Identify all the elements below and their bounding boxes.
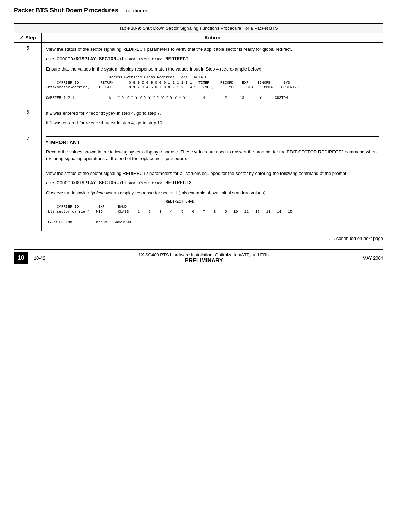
page-footer: 10 10-42 1X SC480 BTS Hardware Installat…	[14, 249, 383, 264]
cmd7-main: DISPLAY SECTOR–	[76, 180, 119, 186]
page-number: 10	[14, 252, 28, 264]
cmd7-prefix: omc-000000>	[46, 180, 76, 186]
step7-para2: Observe the following typical system dis…	[46, 189, 379, 196]
cmd-main: DISPLAY SECTOR–	[76, 56, 119, 62]
footer-preliminary: PRELIMINARY	[45, 258, 362, 264]
important-title: * IMPORTANT	[46, 139, 379, 147]
step5-code: Access Overload Class Redirect Flags ROT…	[46, 75, 379, 100]
action-col-header: Action	[42, 33, 383, 43]
cmd7-end: REDIRECT2	[163, 180, 192, 186]
step-6-action: If 2 was entered for <recordtype> in ste…	[42, 106, 383, 133]
subtitle-text: – continued	[122, 8, 149, 13]
step5-para1: View the status of the sector signaling …	[46, 46, 379, 53]
page-title: Packet BTS Shut Down Procedures – contin…	[14, 7, 149, 14]
cmd-prefix: omc-000000>	[46, 57, 76, 62]
step5-command: omc-000000>DISPLAY SECTOR–<bts#>–<sector…	[46, 56, 379, 63]
important-box: * IMPORTANT Record the values shown in t…	[46, 136, 379, 167]
important-para: Record the values shown in the following…	[46, 149, 379, 162]
step6-para1: If 2 was entered for <recordtype> in ste…	[46, 110, 379, 117]
footer-date: MAY 2004	[362, 255, 383, 261]
step-6-number: 6	[14, 106, 42, 133]
page-header: Packet BTS Shut Down Procedures – contin…	[14, 7, 383, 16]
title-text: Packet BTS Shut Down Procedures	[14, 7, 118, 14]
step7-command: omc-000000>DISPLAY SECTOR–<bts#>–<sector…	[46, 179, 379, 187]
step-5-action: View the status of the sector signaling …	[42, 42, 383, 106]
continued-text: . . . continued on next page	[14, 234, 383, 242]
step-col-header: ✓ Step	[14, 33, 42, 43]
table-caption-row: Table 10-9: Shut Down Sector Signaling F…	[14, 24, 383, 33]
step7-code: REDIRECT CHAN CARRIER ID EXP BAND (bts-s…	[46, 199, 379, 224]
col-header-row: ✓ Step Action	[14, 33, 383, 43]
step6-para2: If 1 was entered for <recordtype> in ste…	[46, 120, 379, 127]
cmd-args: <bts#>–<sector#>	[119, 57, 163, 62]
step5-para2: Ensure that the values in the system dis…	[46, 66, 379, 73]
step-7-number: 7	[14, 133, 42, 231]
step-7-action: * IMPORTANT Record the values shown in t…	[42, 133, 383, 231]
footer-page-ref: 10-42	[34, 255, 45, 261]
footer-doc-title: 1X SC480 BTS Hardware Installation, Opti…	[45, 252, 362, 258]
step-5-number: 5	[14, 42, 42, 106]
table-caption: Table 10-9: Shut Down Sector Signaling F…	[14, 24, 383, 33]
step-7-row: 7 * IMPORTANT Record the values shown in…	[14, 133, 383, 231]
cmd-end: REDIRECT	[163, 56, 189, 62]
step7-para1: View the status of the sector signaling …	[46, 170, 379, 177]
step-6-row: 6 If 2 was entered for <recordtype> in s…	[14, 106, 383, 133]
step-5-row: 5 View the status of the sector signalin…	[14, 42, 383, 106]
procedure-table: Table 10-9: Shut Down Sector Signaling F…	[14, 23, 383, 231]
cmd7-args: <bts#>–<sector#>	[119, 180, 163, 186]
